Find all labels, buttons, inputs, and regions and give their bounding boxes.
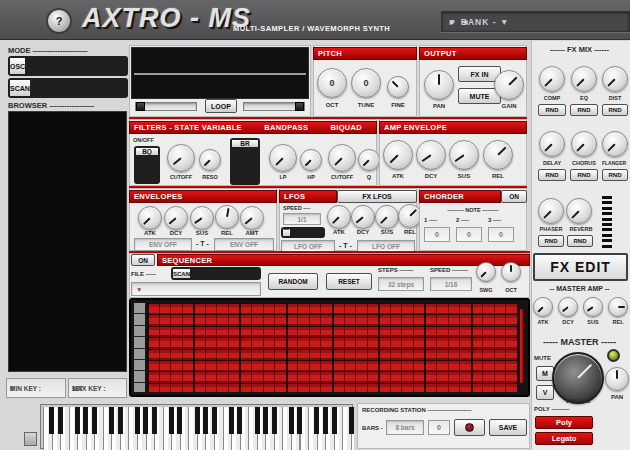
mode-osc-button[interactable]: OSC [10, 58, 25, 74]
reverb-rnd-button[interactable]: RND [567, 235, 593, 247]
seq-swing-knob[interactable] [476, 262, 496, 282]
delay-rnd-button[interactable]: RND [538, 169, 566, 181]
sample-end-handle[interactable] [295, 102, 304, 111]
chorder-note1-value[interactable]: 0 [424, 227, 450, 242]
chorder-note3-value[interactable]: 0 [488, 227, 514, 242]
sequencer-on-button[interactable]: ON [131, 254, 155, 266]
sample-start-handle[interactable] [136, 102, 145, 111]
level-meter [602, 196, 628, 250]
fx-edit-button[interactable]: FX EDIT [533, 253, 628, 281]
master-sus-knob[interactable] [583, 297, 603, 317]
envelopes-title: ENVELOPES [134, 192, 183, 201]
volume-knob[interactable] [552, 352, 604, 404]
header-bar: ? AXTRO - MS MULTI-SAMPLER / WAVEMORPH S… [0, 0, 630, 40]
env-sus-label: SUS [190, 230, 214, 236]
bars-dropdown[interactable]: 8 bars [386, 420, 424, 435]
bandpass-hp-knob[interactable] [300, 149, 322, 171]
chorder-note2-value[interactable]: 0 [456, 227, 482, 242]
seq-scan-button[interactable]: SCAN [173, 269, 190, 278]
seq-file-dropdown[interactable]: ▼ [131, 282, 261, 296]
master-atk-knob[interactable] [533, 297, 553, 317]
filter-type-group: LP HP BP BR [230, 138, 260, 185]
seq-random-button[interactable]: RANDOM [268, 273, 318, 290]
comp-knob[interactable] [539, 66, 565, 92]
env-amt-knob[interactable] [240, 206, 264, 230]
fine-knob[interactable] [387, 76, 409, 98]
eq-rnd-button[interactable]: RND [570, 104, 598, 116]
sequencer-grid[interactable] [129, 298, 530, 397]
bank-label[interactable]: ► BANK - ▼ [448, 17, 509, 27]
sequencer-scrollbar[interactable] [519, 308, 524, 384]
chorus-knob[interactable] [571, 131, 597, 157]
help-button[interactable]: ? [46, 8, 72, 34]
lfo-atk-knob[interactable] [327, 205, 351, 229]
env-atk-knob[interactable] [138, 206, 162, 230]
env-sus-knob[interactable] [190, 206, 214, 230]
sequencer-row-headers[interactable] [134, 303, 145, 392]
scan-button[interactable]: SCAN [10, 80, 30, 96]
browser-list[interactable] [8, 111, 127, 372]
sequencer-cells[interactable] [147, 303, 517, 392]
delay-label: DELAY [536, 160, 568, 166]
poly-button[interactable]: Poly [535, 416, 593, 429]
record-save-button[interactable]: SAVE [489, 419, 527, 436]
gain-knob[interactable] [494, 70, 524, 100]
max-key-box[interactable]: MAX KEY : 127 [68, 378, 127, 398]
lfo-dcy-knob[interactable] [351, 205, 375, 229]
env-dcy-knob[interactable] [164, 206, 188, 230]
filter-bq-button[interactable]: BQ [136, 148, 158, 155]
reverb-knob[interactable] [566, 198, 592, 224]
env-dest2-dropdown[interactable]: ENV OFF [214, 238, 274, 251]
bandpass-lp-knob[interactable] [269, 144, 297, 172]
sample-start-slider[interactable] [135, 102, 197, 111]
seq-speed-dropdown[interactable]: 1/16 [430, 277, 472, 291]
master-pan-knob[interactable] [605, 367, 629, 391]
black-keys[interactable] [43, 407, 354, 434]
delay-knob[interactable] [539, 131, 565, 157]
flanger-rnd-button[interactable]: RND [602, 169, 628, 181]
keyboard-octave-box[interactable] [24, 432, 37, 446]
dist-knob[interactable] [602, 66, 628, 92]
master-dcy-knob[interactable] [558, 297, 578, 317]
lfo-speed-label: SPEED ---- [283, 205, 325, 211]
sample-end-slider[interactable] [243, 102, 305, 111]
min-key-box[interactable]: MIN KEY : 0 [6, 378, 66, 398]
bank-selector[interactable]: ▼ ◄ ► BANK - ▼ [441, 11, 630, 32]
legato-button[interactable]: Legato [535, 432, 593, 445]
amp-atk-knob[interactable] [383, 140, 413, 170]
phaser-knob[interactable] [538, 198, 564, 224]
chorder-on-button[interactable]: ON [501, 190, 527, 203]
env-rel-knob[interactable] [215, 205, 239, 229]
dist-rnd-button[interactable]: RND [602, 104, 628, 116]
amp-rel-knob[interactable] [483, 140, 513, 170]
record-button[interactable] [454, 419, 485, 436]
loop-button[interactable]: LOOP [205, 99, 237, 113]
seq-steps-dropdown[interactable]: 32 steps [378, 277, 424, 291]
record-count-box: 0 [428, 420, 450, 435]
filter-br-button[interactable]: BR [232, 140, 258, 147]
lfo-speed-dropdown[interactable]: 1/1 [283, 213, 321, 225]
tune-knob[interactable]: 0 [351, 68, 381, 98]
eq-knob[interactable] [571, 66, 597, 92]
fx-lfos-tab[interactable]: FX LFOS [337, 190, 417, 203]
comp-rnd-button[interactable]: RND [538, 104, 566, 116]
amp-sus-knob[interactable] [449, 140, 479, 170]
sv-reso-knob[interactable] [199, 149, 221, 171]
piano-keyboard[interactable] [43, 407, 354, 450]
sv-cutoff-knob[interactable] [167, 144, 195, 172]
output-pan-knob[interactable] [424, 70, 454, 100]
biquad-q-knob[interactable] [358, 149, 380, 171]
amp-dcy-knob[interactable] [416, 140, 446, 170]
env-dest1-dropdown[interactable]: ENV OFF [134, 238, 192, 251]
chorus-rnd-button[interactable]: RND [570, 169, 598, 181]
lfo-sus-knob[interactable] [375, 205, 399, 229]
seq-oct-knob[interactable] [501, 262, 521, 282]
phaser-rnd-button[interactable]: RND [538, 235, 564, 247]
lfo-tri-button[interactable]: ⌒ [283, 229, 290, 236]
biquad-cutoff-knob[interactable] [328, 144, 356, 172]
oct-knob[interactable]: 0 [317, 68, 347, 98]
seq-reset-button[interactable]: RESET [326, 273, 372, 290]
waveform-display[interactable] [131, 47, 309, 99]
master-rel-knob[interactable] [608, 297, 628, 317]
flanger-knob[interactable] [602, 131, 628, 157]
